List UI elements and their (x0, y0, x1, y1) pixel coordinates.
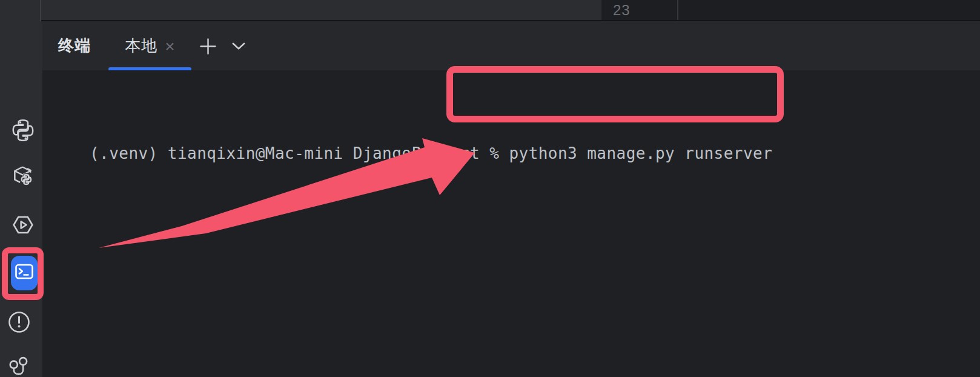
ide-window: 23 终端 本地 × (.venv) tianqixin@Mac-mini Dj… (0, 0, 980, 377)
tool-window-bar (0, 0, 42, 377)
problems-icon (8, 311, 30, 333)
sidebar-item-problems[interactable] (8, 311, 30, 333)
editor-strip-tab-label: 23 (613, 2, 631, 19)
sidebar-item-services[interactable] (11, 213, 35, 237)
plus-icon (200, 38, 216, 57)
sidebar-item-python-packages[interactable] (11, 164, 35, 189)
python-packages-icon (11, 164, 35, 189)
version-control-icon (7, 355, 36, 377)
terminal-tab-label: 本地 (125, 35, 157, 56)
editor-strip-tab-divider (677, 0, 678, 20)
sidebar-item-version-control[interactable] (7, 355, 36, 377)
annotation-box-terminal-button (2, 247, 44, 300)
terminal-prompt-line: (.venv) tianqixin@Mac-mini DjangoProject… (90, 143, 772, 164)
close-icon[interactable]: × (165, 37, 174, 55)
terminal-tab-local[interactable]: 本地 × (108, 21, 191, 70)
new-terminal-tab-button[interactable] (199, 39, 216, 56)
annotation-box-command (446, 66, 784, 122)
editor-strip-tab[interactable]: 23 (601, 0, 678, 20)
services-icon (11, 213, 35, 237)
sidebar-item-python[interactable] (11, 118, 35, 142)
chevron-down-icon (232, 42, 245, 53)
terminal-options-button[interactable] (231, 42, 246, 52)
editor-strip-left (41, 0, 601, 20)
terminal-panel-title: 终端 (58, 21, 91, 70)
python-icon (11, 118, 35, 142)
